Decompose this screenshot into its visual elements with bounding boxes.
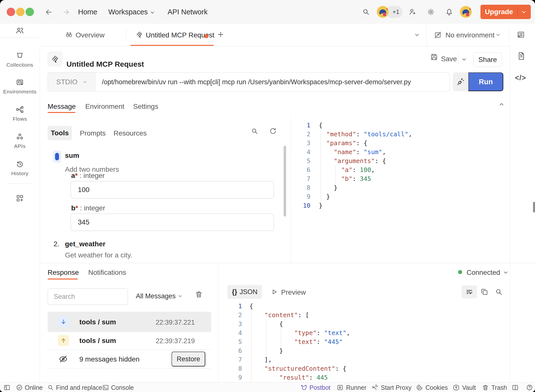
environment-selector[interactable]: No environment [446, 31, 495, 39]
back-icon[interactable] [45, 8, 53, 16]
window-minimize-button[interactable] [16, 8, 25, 16]
trash-button[interactable]: Trash [491, 384, 507, 391]
tab-notifications[interactable]: Notifications [88, 269, 126, 277]
subtab-tools[interactable]: Tools [48, 126, 72, 140]
tools-scrollbar[interactable] [284, 146, 286, 217]
restore-button[interactable]: Restore [172, 352, 205, 366]
runner-button[interactable]: Runner [346, 384, 366, 391]
vault-button[interactable]: Vault [462, 384, 476, 391]
upgrade-label: Upgrade [480, 5, 517, 19]
message-filter-dropdown[interactable]: All Messages [136, 292, 176, 300]
tab-settings[interactable]: Settings [133, 103, 158, 111]
forward-icon[interactable] [62, 8, 70, 16]
search-icon[interactable] [362, 8, 370, 16]
arrow-up-icon [60, 337, 67, 344]
settings-gear-icon[interactable] [427, 8, 435, 16]
viewer-mode-preview[interactable]: Preview [281, 288, 306, 296]
postbot-button[interactable]: Postbot [309, 384, 330, 391]
disconnect-button[interactable] [453, 72, 468, 91]
word-wrap-toggle[interactable] [462, 285, 477, 298]
field-type: : integer [78, 204, 105, 212]
tab-message[interactable]: Message [48, 103, 76, 111]
toggle-sidebar-icon[interactable] [3, 384, 10, 391]
console-button[interactable]: Console [111, 384, 134, 391]
tab-active-label[interactable]: Untitled MCP Request [146, 31, 214, 39]
overview-binoculars-icon [65, 31, 73, 39]
split-panel-icon[interactable] [512, 384, 519, 391]
window-zoom-button[interactable] [26, 8, 34, 16]
message-label[interactable]: tools / sum [79, 318, 116, 326]
clear-messages-trash-icon[interactable] [195, 290, 203, 298]
tab-response[interactable]: Response [48, 269, 79, 277]
connection-chevron-icon[interactable] [503, 270, 509, 276]
team-avatar[interactable] [377, 6, 389, 18]
upgrade-divider [517, 7, 518, 17]
environment-chevron-icon[interactable] [495, 32, 501, 38]
panel-resize-handle[interactable] [533, 202, 535, 212]
request-response-splitter[interactable] [40, 263, 535, 263]
documentation-icon[interactable] [517, 52, 526, 60]
code-line: 4 "name": "sum", [293, 148, 506, 157]
field-a-input[interactable] [71, 181, 274, 198]
notifications-bell-icon[interactable] [445, 8, 453, 16]
add-module-icon[interactable] [16, 194, 24, 202]
start-proxy-button[interactable]: Start Proxy [381, 384, 412, 391]
sidebar-workspace-header[interactable] [0, 24, 39, 37]
tool-name-sum[interactable]: sum [65, 152, 79, 160]
server-command-row: STDIO /opt/homebrew/bin/uv run --with mc… [48, 72, 450, 92]
subtab-prompts[interactable]: Prompts [80, 129, 106, 137]
server-command-input[interactable]: /opt/homebrew/bin/uv run --with mcp[cli]… [102, 78, 444, 86]
invite-user-icon[interactable] [409, 8, 416, 16]
share-button[interactable]: Share [473, 53, 502, 67]
tab-list-chevron-icon[interactable] [414, 32, 420, 38]
tab-environment[interactable]: Environment [85, 103, 124, 111]
environment-quick-look-icon[interactable] [517, 30, 525, 39]
copy-icon[interactable] [480, 288, 488, 296]
save-options-chevron-icon[interactable] [461, 56, 467, 62]
message-label[interactable]: tools / sum [79, 337, 116, 345]
filter-chevron-icon[interactable] [178, 293, 183, 299]
response-search-icon[interactable] [495, 288, 503, 296]
mcp-icon [136, 31, 143, 38]
tab-overview[interactable]: Overview [76, 31, 105, 39]
user-avatar[interactable] [460, 6, 472, 18]
help-icon[interactable] [526, 384, 533, 391]
code-snippet-icon[interactable]: </> [515, 74, 526, 82]
field-required-star: * [75, 204, 78, 212]
console-icon [102, 384, 109, 391]
new-tab-plus-icon[interactable] [217, 30, 225, 38]
save-button[interactable]: Save [441, 55, 457, 63]
save-icon[interactable] [430, 53, 438, 61]
upgrade-button[interactable]: Upgrade [480, 5, 531, 19]
tool-name-get-weather[interactable]: get_weather [65, 240, 105, 248]
chevron-down-icon[interactable] [521, 9, 527, 15]
find-and-replace[interactable]: Find and replace [56, 384, 102, 391]
indent-guide [335, 166, 336, 183]
collapse-section-chevron-icon[interactable] [498, 101, 505, 108]
tools-search-icon[interactable] [251, 127, 258, 135]
sidebar-item-flows[interactable]: Flows [0, 116, 40, 122]
run-button[interactable]: Run [468, 72, 503, 91]
chevron-down-icon[interactable] [150, 10, 155, 15]
nav-home[interactable]: Home [78, 8, 97, 16]
request-json-editor[interactable]: 1{2 "method": "tools/call",3 "params": {… [293, 121, 506, 215]
preview-play-icon[interactable] [271, 288, 278, 295]
transport-select[interactable]: STDIO [48, 73, 96, 91]
sidebar-item-history[interactable]: History [0, 170, 40, 176]
sidebar-item-collections[interactable]: Collections [0, 62, 40, 68]
tools-refresh-icon[interactable] [269, 127, 277, 135]
viewer-mode-json[interactable]: {} JSON [227, 285, 262, 299]
window-close-button[interactable] [7, 8, 15, 16]
response-json-viewer[interactable]: 1{2 "content": [3 {4 "type": "text",5 "t… [223, 302, 508, 382]
message-search-input[interactable] [48, 288, 128, 305]
tool-selected-marker[interactable] [53, 150, 61, 163]
field-b-input[interactable] [71, 214, 274, 231]
online-status[interactable]: Online [25, 384, 43, 391]
cookies-button[interactable]: Cookies [425, 384, 448, 391]
nav-workspaces[interactable]: Workspaces [108, 8, 148, 16]
sidebar-item-environments[interactable]: Environments [0, 89, 40, 95]
subtab-resources[interactable]: Resources [114, 129, 147, 137]
sidebar-item-apis[interactable]: APIs [0, 143, 40, 149]
wrap-text-icon [466, 288, 473, 296]
nav-api-network[interactable]: API Network [168, 8, 208, 16]
